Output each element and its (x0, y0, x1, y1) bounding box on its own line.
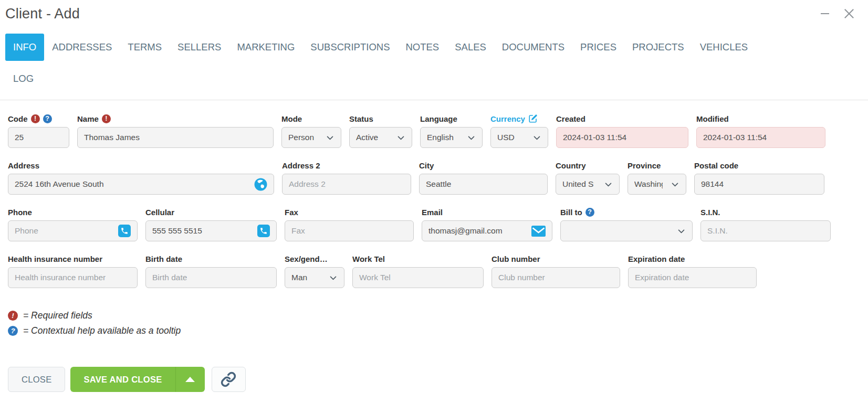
created-field: Created 2024-01-03 11:54 (556, 114, 688, 148)
currency-field: Currency USD (490, 114, 548, 148)
mode-field: Mode Person (281, 114, 341, 148)
bill-to-select[interactable] (560, 220, 693, 241)
chevron-down-icon (601, 180, 613, 189)
phone-input[interactable]: Phone (8, 220, 138, 241)
help-icon[interactable]: ? (43, 114, 52, 123)
close-button[interactable]: CLOSE (8, 367, 65, 392)
chain-link-icon (221, 372, 236, 387)
phone-field: Phone Phone (8, 207, 138, 241)
minimize-icon[interactable] (819, 7, 831, 20)
tab-log[interactable]: LOG (5, 65, 41, 92)
tab-prices[interactable]: PRICES (572, 34, 624, 61)
phone-placeholder: Phone (15, 226, 38, 236)
tab-notes[interactable]: NOTES (398, 34, 447, 61)
fax-placeholder: Fax (291, 226, 305, 236)
required-icon: ! (31, 114, 40, 123)
save-options-toggle[interactable] (175, 367, 205, 392)
form-row-2: Address 2524 16th Avenue South Address 2… (8, 161, 860, 195)
fax-input[interactable]: Fax (285, 220, 414, 241)
modified-value: 2024-01-03 11:54 (703, 133, 767, 142)
code-field: Code ! ? 25 (8, 114, 69, 148)
fax-label-text: Fax (285, 208, 298, 217)
currency-select[interactable]: USD (490, 127, 548, 148)
work-tel-placeholder: Work Tel (359, 273, 391, 282)
status-select[interactable]: Active (349, 127, 412, 148)
email-label-text: Email (422, 208, 443, 217)
city-input[interactable]: Seattle (419, 174, 548, 195)
name-value: Thomas James (84, 133, 140, 142)
tab-terms[interactable]: TERMS (120, 34, 170, 61)
save-and-close-button[interactable]: SAVE AND CLOSE (70, 367, 175, 392)
phone-icon[interactable] (253, 225, 270, 237)
health-insurance-input[interactable]: Health insurance number (8, 267, 138, 288)
help-icon[interactable]: ? (585, 208, 594, 217)
name-input[interactable]: Thomas James (77, 127, 274, 148)
envelope-icon[interactable] (527, 226, 546, 237)
edit-icon[interactable] (528, 114, 538, 123)
birth-date-label: Birth date (145, 254, 277, 263)
club-number-label: Club number (491, 254, 620, 263)
email-label: Email (422, 207, 552, 217)
club-number-input[interactable]: Club number (491, 267, 620, 288)
legend-help: ? = Contextual help available as a toolt… (8, 325, 868, 336)
address2-placeholder: Address 2 (289, 179, 326, 189)
code-label-text: Code (8, 114, 28, 123)
sex-gender-select[interactable]: Man (285, 267, 344, 288)
cellular-label: Cellular (145, 207, 277, 217)
bill-to-label-text: Bill to (560, 208, 582, 217)
sin-input[interactable]: S.I.N. (700, 220, 831, 241)
club-number-field: Club number Club number (491, 254, 620, 288)
address-value: 2524 16th Avenue South (15, 179, 104, 189)
tab-vehicles[interactable]: VEHICLES (692, 34, 756, 61)
tab-addresses[interactable]: ADDRESSES (44, 34, 120, 61)
mode-select[interactable]: Person (281, 127, 341, 148)
code-input[interactable]: 25 (8, 127, 69, 148)
city-value: Seattle (426, 179, 451, 189)
province-select[interactable]: Washington (628, 174, 686, 195)
postal-code-input[interactable]: 98144 (694, 174, 824, 195)
mode-label-text: Mode (281, 114, 302, 123)
tab-projects[interactable]: PROJECTS (624, 34, 692, 61)
city-label-text: City (419, 161, 434, 170)
language-label: Language (420, 114, 483, 123)
work-tel-label-text: Work Tel (352, 254, 385, 263)
health-insurance-label-text: Health insurance number (8, 254, 102, 263)
expiration-date-input[interactable]: Expiration date (628, 267, 757, 288)
currency-label[interactable]: Currency (490, 114, 548, 123)
chevron-down-icon (529, 133, 541, 142)
currency-label-text: Currency (490, 114, 525, 123)
code-value: 25 (15, 133, 24, 142)
globe-icon[interactable] (250, 178, 267, 191)
address-input[interactable]: 2524 16th Avenue South (8, 174, 274, 195)
birth-date-input[interactable]: Birth date (145, 267, 277, 288)
currency-value: USD (497, 133, 515, 142)
province-value: Washington (634, 179, 663, 189)
language-select[interactable]: English (420, 127, 483, 148)
expiration-date-label: Expiration date (628, 254, 757, 263)
status-label: Status (349, 114, 412, 123)
phone-icon[interactable] (114, 225, 131, 237)
birth-date-field: Birth date Birth date (145, 254, 277, 288)
tab-sales[interactable]: SALES (447, 34, 494, 61)
country-select[interactable]: United States (556, 174, 620, 195)
work-tel-input[interactable]: Work Tel (352, 267, 484, 288)
tab-info[interactable]: INFO (5, 34, 44, 61)
tab-documents[interactable]: DOCUMENTS (494, 34, 572, 61)
save-button-group: SAVE AND CLOSE (70, 367, 204, 392)
tab-marketing[interactable]: MARKETING (229, 34, 302, 61)
address2-input[interactable]: Address 2 (282, 174, 411, 195)
sin-field: S.I.N. S.I.N. (700, 207, 831, 241)
city-label: City (419, 161, 548, 170)
country-field: Country United States (556, 161, 620, 195)
exclamation-circle-icon: ! (8, 311, 18, 321)
copy-link-button[interactable] (212, 367, 246, 392)
close-icon[interactable] (842, 6, 856, 21)
tab-subscriptions[interactable]: SUBSCRIPTIONS (302, 34, 398, 61)
phone-label-text: Phone (8, 208, 32, 217)
name-label-text: Name (77, 114, 99, 123)
tab-sellers[interactable]: SELLERS (170, 34, 229, 61)
cellular-input[interactable]: 555 555 5515 (145, 220, 277, 241)
language-value: English (427, 133, 454, 142)
province-label: Province (628, 161, 686, 170)
email-input[interactable]: thomasj@gmail.com (422, 220, 552, 241)
